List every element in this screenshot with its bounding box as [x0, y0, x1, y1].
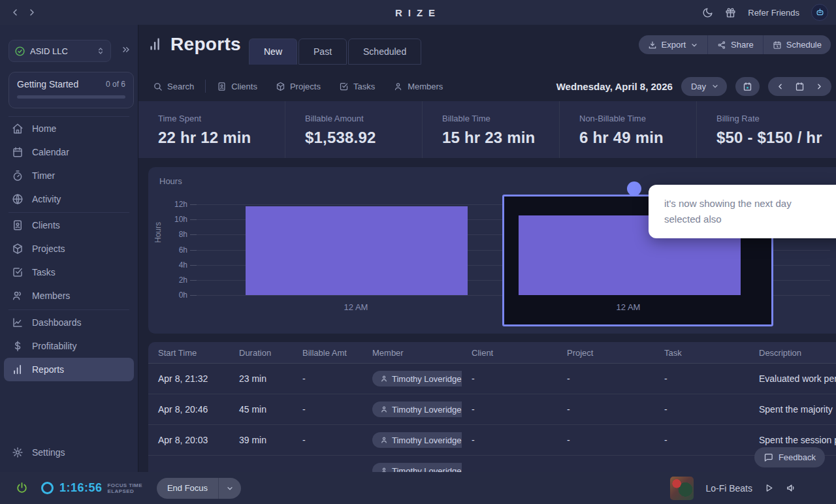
search-label: Search — [167, 82, 194, 91]
stopwatch-icon — [12, 170, 24, 181]
sidebar-item-projects[interactable]: Projects — [4, 237, 134, 260]
share-button[interactable]: Share — [708, 35, 763, 54]
schedule-button[interactable]: Schedule — [764, 35, 831, 54]
member-pill[interactable]: Timothy Loveridge — [372, 402, 462, 417]
col-project[interactable]: Project — [557, 348, 654, 358]
filter-projects[interactable]: Projects — [276, 82, 321, 91]
chevron-down-icon — [690, 41, 698, 49]
sidebar-item-activity[interactable]: Activity — [4, 187, 134, 211]
sidebar-item-clients[interactable]: Clients — [4, 213, 134, 237]
sidebar-item-dashboards[interactable]: Dashboards — [4, 311, 134, 334]
tab-past[interactable]: Past — [298, 39, 347, 65]
sidebar-divider — [8, 212, 129, 213]
dark-mode-icon[interactable] — [702, 7, 713, 18]
member-pill[interactable]: Timothy Loveridge — [372, 371, 462, 386]
table-row[interactable]: Apr 8, 20:03 39 min - Timothy Loveridge … — [148, 425, 836, 456]
bar-chart-icon — [12, 364, 24, 375]
range-dropdown[interactable]: Day — [681, 77, 727, 96]
filter-clients[interactable]: Clients — [217, 82, 257, 91]
annotation-dot[interactable] — [627, 181, 641, 196]
cell-client: - — [462, 373, 557, 384]
prev-day-icon[interactable] — [776, 82, 784, 91]
page-header: Reports — [148, 34, 241, 55]
range-value: Day — [691, 82, 706, 91]
sidebar-item-label: Reports — [32, 364, 64, 375]
cell-task: - — [654, 404, 749, 415]
sidebar-item-timer[interactable]: Timer — [4, 164, 134, 187]
filter-members[interactable]: Members — [393, 82, 443, 91]
top-bar: RIZE Refer Friends — [0, 0, 836, 25]
col-billable-amt[interactable]: Billable Amt — [293, 348, 362, 358]
feedback-label: Feedback — [779, 452, 816, 462]
report-tabs: New Past Scheduled — [249, 39, 423, 65]
annotation-text: it's now showing the next day selected a… — [664, 196, 829, 227]
tab-new[interactable]: New — [249, 39, 297, 65]
sidebar-item-members[interactable]: Members — [4, 284, 134, 307]
workspace-selector[interactable]: ASID LLC — [8, 40, 111, 62]
sidebar-item-label: Profitability — [32, 341, 76, 351]
getting-started-card[interactable]: Getting Started 0 of 6 — [8, 72, 134, 108]
caption-line1: FOCUS TIME — [108, 482, 142, 488]
table-row[interactable]: Apr 8, 20:46 45 min - Timothy Loveridge … — [148, 394, 836, 425]
focus-timer-caption: FOCUS TIME ELAPSED — [108, 482, 142, 494]
stat-label: Billable Amount — [305, 114, 422, 123]
col-description[interactable]: Description — [749, 348, 836, 358]
calendar-clock-icon — [773, 40, 782, 50]
cell-billable-amt: - — [293, 435, 362, 445]
filter-label: Members — [408, 82, 443, 91]
member-pill[interactable]: Timothy Loveridge — [372, 463, 462, 472]
hours-bar-day1[interactable] — [246, 206, 468, 295]
stat-billable-time: Billable Time 15 hr 23 min — [422, 101, 559, 158]
check-circle-icon — [14, 46, 25, 57]
col-start-time[interactable]: Start Time — [148, 348, 229, 358]
filter-label: Clients — [231, 82, 257, 91]
track-name: Lo-Fi Beats — [705, 483, 752, 494]
cube-icon — [12, 243, 24, 255]
gift-icon[interactable] — [725, 7, 736, 18]
col-client[interactable]: Client — [462, 348, 557, 358]
col-member[interactable]: Member — [362, 348, 462, 358]
tab-scheduled[interactable]: Scheduled — [348, 39, 421, 65]
sidebar-item-calendar[interactable]: Calendar — [4, 140, 134, 164]
sidebar-expand-icon[interactable] — [121, 44, 131, 55]
calendar-icon[interactable] — [795, 82, 805, 91]
getting-started-progress: 0 of 6 — [106, 80, 125, 89]
volume-icon[interactable] — [786, 482, 797, 494]
user-avatar[interactable] — [811, 4, 828, 21]
end-focus-dropdown[interactable] — [219, 478, 241, 499]
getting-started-title: Getting Started — [17, 79, 78, 89]
stat-value: $50 - $150 / hr — [716, 129, 836, 147]
col-task[interactable]: Task — [654, 348, 749, 358]
power-icon[interactable] — [16, 482, 28, 494]
stat-non-billable-time: Non-Billable Time 6 hr 49 min — [559, 101, 696, 158]
col-duration[interactable]: Duration — [229, 348, 293, 358]
sidebar-item-profitability[interactable]: Profitability — [4, 334, 134, 358]
next-day-icon[interactable] — [815, 82, 824, 91]
export-button[interactable]: Export — [639, 35, 708, 54]
sidebar-item-tasks[interactable]: Tasks — [4, 260, 134, 284]
refer-friends-link[interactable]: Refer Friends — [748, 8, 799, 18]
feedback-button[interactable]: Feedback — [754, 447, 825, 467]
y-tick-label: 2h — [153, 276, 187, 285]
table-row-partial[interactable]: Timothy Loveridge — [148, 456, 836, 472]
table-row[interactable]: Apr 8, 21:32 23 min - Timothy Loveridge … — [148, 364, 836, 394]
sidebar-item-settings[interactable]: Settings — [4, 441, 134, 464]
y-tick-label: 4h — [153, 260, 187, 270]
sidebar-item-reports[interactable]: Reports — [4, 358, 134, 381]
album-art[interactable] — [670, 477, 694, 500]
cell-start-time: Apr 8, 20:03 — [148, 435, 229, 445]
id-badge-icon — [12, 219, 24, 231]
sidebar-item-home[interactable]: Home — [4, 117, 134, 140]
y-tick-mark — [190, 219, 197, 220]
sidebar-item-label: Home — [32, 123, 56, 134]
date-controls: Wednesday, April 8, 2026 Day — [556, 77, 831, 96]
member-pill[interactable]: Timothy Loveridge — [372, 432, 462, 448]
today-calendar-button[interactable] — [735, 77, 760, 96]
play-icon[interactable] — [764, 483, 774, 493]
y-tick-label: 10h — [153, 215, 187, 224]
sidebar-item-label: Dashboards — [32, 317, 82, 328]
filter-tasks[interactable]: Tasks — [339, 82, 375, 91]
search-button[interactable]: Search — [153, 82, 194, 91]
cell-start-time: Apr 8, 21:32 — [148, 373, 229, 384]
end-focus-button[interactable]: End Focus — [157, 478, 218, 499]
